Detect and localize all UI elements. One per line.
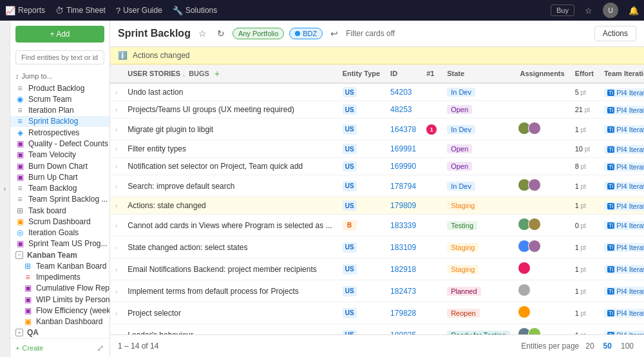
nav-user-guide[interactable]: ? User Guide [116,6,162,15]
id-cell[interactable]: 179809 [385,197,421,215]
sidebar-item-kanban-dashboard[interactable]: ▣ Kanban Dashboard [10,316,109,327]
teamiter-cell[interactable]: TiPI4 Iteration4 [599,158,644,175]
sidebar-item-qa[interactable]: + QA [10,327,109,338]
sidebar-item-quality-defect-counts[interactable]: ▣ Quality - Defect Counts [10,138,109,149]
sidebar-item-team-kanban-board[interactable]: ⊞ Team Kanban Board [10,260,109,271]
star-button[interactable]: ☆ [196,27,209,40]
col-state-header[interactable]: State [442,64,515,83]
nav-timesheet[interactable]: ⏱ Time Sheet [55,6,106,15]
avatar[interactable]: U [603,3,618,18]
title-cell[interactable]: Migrate git plugin to libgit [122,119,337,140]
id-cell[interactable]: 178794 [385,175,421,197]
filter-button[interactable]: Filter cards off [346,29,395,38]
teamiter-cell[interactable]: TiPI4 Iteration4 [599,324,644,335]
sidebar-item-retrospectives[interactable]: ◈ Retrospectives [10,127,109,138]
title-cell[interactable]: Undo last action [122,83,337,101]
title-cell[interactable]: Filter entity types [122,140,337,158]
col-teamiter-header[interactable]: Team Iteration [599,64,644,83]
sidebar-item-burn-up-chart[interactable]: ▣ Burn Up Chart [10,171,109,182]
teamiter-cell[interactable]: TiPI4 Iteration4 [599,215,644,236]
star-icon[interactable]: ☆ [585,6,592,15]
portfolio-tag[interactable]: Any Portfolio [232,28,284,39]
per-page-100[interactable]: 100 [618,340,636,352]
state-cell[interactable]: Ready for Testing [442,324,515,335]
id-cell[interactable]: 169991 [385,140,421,158]
state-cell[interactable]: Open [442,140,515,158]
teamiter-cell[interactable]: TiPI4 Iteration4 [599,302,644,324]
actions-button[interactable]: Actions [594,26,636,41]
title-cell[interactable]: Search: improve default search [122,175,337,197]
id-cell[interactable]: 180935 [385,324,421,335]
sidebar-toggle[interactable]: ‹ [0,21,10,357]
teamiter-cell[interactable]: TiPI4 Iteration4 [599,101,644,119]
title-cell[interactable]: Implement terms from default process for… [122,280,337,302]
id-cell[interactable]: 48253 [385,101,421,119]
teamiter-cell[interactable]: TiPI4 Iteration4 [599,280,644,302]
sidebar-item-task-board[interactable]: ⊞ Task board [10,205,109,216]
refresh-button[interactable]: ↻ [214,27,227,40]
col-type-header[interactable]: Entity Type [337,64,385,83]
teamiter-cell[interactable]: TiPI4 Iteration4 [599,140,644,158]
sidebar-item-iteration-goals[interactable]: ◎ Iteration Goals [10,227,109,238]
nav-reports[interactable]: 📈 Reports [5,6,45,15]
expand-cell[interactable]: › [110,258,122,280]
expand-cell[interactable]: › [110,280,122,302]
col-title-header[interactable]: USER STORIES , BUGS + [122,64,337,83]
col-effort-header[interactable]: Effort [570,64,599,83]
state-cell[interactable]: Staging [442,258,515,280]
id-cell[interactable]: 182473 [385,280,421,302]
teamiter-cell[interactable]: TiPI4 Iteration4 [599,119,644,140]
per-page-20[interactable]: 20 [583,340,596,352]
sidebar-item-team-sprint-backlog[interactable]: ≡ Team Sprint Backlog ... [10,194,109,205]
state-cell[interactable]: Open [442,101,515,119]
teamiter-cell[interactable]: TiPI4 Iteration4 [599,258,644,280]
bdz-tag[interactable]: BDZ [289,28,323,39]
expand-cell[interactable]: › [110,101,122,119]
sidebar-item-cumulative-flow[interactable]: ▣ Cumulative Flow Rep... [10,283,109,294]
sidebar-item-scrum-dashboard[interactable]: ▣ Scrum Dashboard [10,216,109,227]
expand-cell[interactable]: › [110,175,122,197]
sidebar-item-team-backlog[interactable]: ≡ Team Backlog [10,182,109,193]
title-cell[interactable]: Actions: state changed [122,197,337,215]
state-cell[interactable]: In Dev [442,83,515,101]
id-cell[interactable]: 169990 [385,158,421,175]
sidebar-item-iteration-plan[interactable]: ≡ Iteration Plan [10,105,109,116]
sidebar-jump[interactable]: ↕ Jump to... [10,70,109,82]
sidebar-item-flow-efficiency[interactable]: ▣ Flow Efficiency (weekl... [10,305,109,316]
expand-cell[interactable]: › [110,236,122,258]
bell-icon[interactable]: 🔔 [629,6,639,15]
sidebar-item-sprint-team-us-prog[interactable]: ▣ Sprint Team US Prog... [10,238,109,249]
sidebar-item-burn-down-chart[interactable]: ▣ Burn Down Chart [10,160,109,171]
sidebar-item-kanban-team[interactable]: − Kanban Team [10,249,109,260]
title-cell[interactable]: Cannot add cards in Views where Program … [122,215,337,236]
title-cell[interactable]: Loader's behaviour [122,324,337,335]
state-cell[interactable]: Planned [442,280,515,302]
expand-cell[interactable]: › [110,158,122,175]
title-cell[interactable]: Project selector [122,302,337,324]
state-cell[interactable]: Reopen [442,302,515,324]
sidebar-item-scrum-team[interactable]: ◉ Scrum Team [10,93,109,104]
title-cell[interactable]: Projects/Teams UI groups (UX meeting req… [122,101,337,119]
state-cell[interactable]: Testing [442,215,515,236]
expand-cell[interactable]: › [110,119,122,140]
expand-cell[interactable]: › [110,324,122,335]
state-cell[interactable]: In Dev [442,119,515,140]
teamiter-cell[interactable]: TiPI4 Iteration4 [599,83,644,101]
expand-cell[interactable]: › [110,83,122,101]
sidebar-item-sprint-backlog[interactable]: ≡ Sprint Backlog [10,116,109,127]
teamiter-cell[interactable]: TiPI4 Iteration4 [599,236,644,258]
id-cell[interactable]: 164378 [385,119,421,140]
state-cell[interactable]: In Dev [442,175,515,197]
id-cell[interactable]: 183339 [385,215,421,236]
title-cell[interactable]: State changed action: select states [122,236,337,258]
expand-cell[interactable]: › [110,140,122,158]
state-cell[interactable]: Staging [442,197,515,215]
state-cell[interactable]: Open [442,158,515,175]
id-cell[interactable]: 182918 [385,258,421,280]
teamiter-cell[interactable]: TiPI4 Iteration4 [599,175,644,197]
sidebar-item-wip-limits[interactable]: ▣ WIP Limits by Person [10,294,109,305]
col-hash-header[interactable]: #1 [421,64,442,83]
add-row-button[interactable]: + [214,68,220,79]
title-cell[interactable]: Email Notifications Backend: project mem… [122,258,337,280]
create-button[interactable]: + Create [15,344,43,352]
